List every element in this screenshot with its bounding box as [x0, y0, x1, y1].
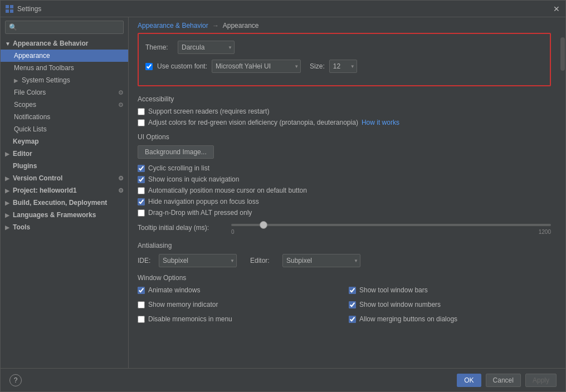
sidebar-item-build[interactable]: ▶ Build, Execution, Deployment — [1, 197, 128, 209]
sidebar-item-quick-lists[interactable]: Quick Lists — [1, 123, 128, 135]
search-box[interactable]: 🔍 — [5, 21, 124, 34]
expand-arrow: ▶ — [5, 224, 13, 231]
size-select-wrapper: 12 11 13 14 — [329, 60, 357, 73]
sidebar-item-scopes[interactable]: Scopes ⚙ — [1, 99, 128, 111]
ui-options-title: UI Options — [138, 133, 551, 141]
allow-merging-checkbox[interactable] — [349, 316, 356, 323]
main-content: 🔍 ▼ Appearance & Behavior Appearance Men… — [1, 17, 565, 368]
auto-position-row: Automatically position mouse cursor on d… — [138, 187, 551, 194]
disable-mnemonics-label: Disable mnemonics in menu — [148, 315, 232, 323]
custom-font-checkbox[interactable] — [145, 63, 153, 70]
show-memory-label: Show memory indicator — [148, 301, 218, 308]
window-title: Settings — [17, 5, 552, 13]
cyclic-scrolling-label: Cyclic scrolling in list — [148, 164, 209, 172]
sidebar-item-project[interactable]: ▶ Project: helloworld1 ⚙ — [1, 184, 128, 197]
auto-position-checkbox[interactable] — [138, 187, 145, 194]
sidebar-item-label: Plugins — [13, 162, 37, 170]
expand-arrow: ▼ — [5, 41, 13, 47]
cyclic-scrolling-checkbox[interactable] — [138, 165, 145, 172]
sidebar-item-plugins[interactable]: Plugins — [1, 160, 128, 172]
help-button[interactable]: ? — [9, 374, 22, 386]
editor-antialiasing-select[interactable]: Subpixel Greyscale None — [282, 254, 360, 267]
cancel-button[interactable]: Cancel — [486, 374, 521, 387]
breadcrumb-current: Appearance — [223, 22, 259, 30]
scrollbar-track[interactable] — [560, 33, 565, 368]
sidebar-item-label: Version Control — [13, 174, 62, 182]
sidebar-item-label: Quick Lists — [14, 125, 47, 133]
hide-popups-row: Hide navigation popups on focus loss — [138, 198, 551, 205]
theme-select-wrapper: Darcula IntelliJ High Contrast — [178, 41, 235, 54]
main-panel: Appearance & Behavior → Appearance Theme… — [129, 17, 565, 368]
hide-popups-checkbox[interactable] — [138, 198, 145, 205]
file-colors-icon: ⚙ — [118, 89, 124, 96]
expand-arrow: ▶ — [5, 188, 13, 194]
sidebar-item-keymap[interactable]: Keymap — [1, 135, 128, 148]
size-select[interactable]: 12 11 13 14 — [329, 60, 357, 73]
scrollbar-thumb[interactable] — [560, 37, 565, 71]
sidebar-item-file-colors[interactable]: File Colors ⚙ — [1, 86, 128, 99]
animate-windows-row: Animate windows — [138, 286, 340, 294]
expand-arrow: ▶ — [5, 175, 13, 182]
sidebar-item-menus-toolbars[interactable]: Menus and Toolbars — [1, 62, 128, 74]
sidebar-item-system-settings[interactable]: ▶ System Settings — [1, 74, 128, 86]
apply-button[interactable]: Apply — [525, 374, 557, 387]
font-select[interactable]: Microsoft YaHei UI — [212, 60, 301, 73]
show-tool-bars-row: Show tool window bars — [349, 286, 551, 294]
svg-rect-1 — [10, 5, 13, 8]
tooltip-delay-slider[interactable] — [231, 224, 551, 226]
settings-window: Settings ✕ 🔍 ▼ Appearance & Behavior App… — [0, 0, 566, 392]
adjust-colors-row: Adjust colors for red-green vision defic… — [138, 119, 551, 126]
theme-select[interactable]: Darcula IntelliJ High Contrast — [178, 41, 235, 54]
allow-merging-row: Allow merging buttons on dialogs — [349, 315, 551, 323]
drag-drop-checkbox[interactable] — [138, 209, 145, 217]
show-icons-checkbox[interactable] — [138, 176, 145, 183]
scopes-icon: ⚙ — [118, 101, 124, 109]
sidebar-item-label: Project: helloworld1 — [13, 187, 77, 194]
accessibility-title: Accessibility — [138, 95, 551, 103]
show-tool-numbers-checkbox[interactable] — [349, 301, 356, 308]
background-image-button[interactable]: Background Image... — [138, 145, 214, 159]
adjust-colors-checkbox[interactable] — [138, 119, 145, 126]
project-icon: ⚙ — [118, 187, 124, 194]
sidebar-item-languages[interactable]: ▶ Languages & Frameworks — [1, 209, 128, 221]
disable-mnemonics-row: Disable mnemonics in menu — [138, 315, 340, 323]
animate-windows-checkbox[interactable] — [138, 287, 145, 294]
sidebar-item-label: System Settings — [22, 76, 70, 84]
show-tool-bars-checkbox[interactable] — [349, 287, 356, 294]
sidebar-item-version-control[interactable]: ▶ Version Control ⚙ — [1, 172, 128, 184]
show-memory-row: Show memory indicator — [138, 301, 340, 308]
how-it-works-link[interactable]: How it works — [362, 119, 399, 126]
slider-ticks: 0 1200 — [231, 229, 551, 235]
sidebar-item-tools[interactable]: ▶ Tools — [1, 221, 128, 233]
disable-mnemonics-checkbox[interactable] — [138, 316, 145, 323]
breadcrumb-parent[interactable]: Appearance & Behavior — [138, 22, 208, 30]
sidebar-item-label: Build, Execution, Deployment — [13, 199, 107, 207]
editor-label: Editor: — [250, 257, 278, 264]
show-memory-checkbox[interactable] — [138, 301, 145, 308]
sidebar-item-label: File Colors — [14, 89, 46, 96]
support-screen-readers-checkbox[interactable] — [138, 108, 145, 115]
show-tool-numbers-label: Show tool window numbers — [359, 301, 441, 308]
editor-antialiasing-wrapper: Subpixel Greyscale None — [282, 254, 360, 267]
sidebar-item-label: Editor — [13, 150, 32, 158]
sidebar-item-appearance-behavior[interactable]: ▼ Appearance & Behavior — [1, 37, 128, 50]
allow-merging-label: Allow merging buttons on dialogs — [359, 315, 457, 323]
sidebar-item-appearance[interactable]: Appearance — [1, 50, 128, 62]
sidebar-item-label: Scopes — [14, 101, 36, 109]
close-button[interactable]: ✕ — [552, 4, 561, 13]
sidebar-item-label: Languages & Frameworks — [13, 211, 96, 219]
slider-min: 0 — [231, 229, 235, 235]
window-icon — [5, 4, 14, 13]
breadcrumb-arrow: → — [212, 22, 219, 30]
search-icon: 🔍 — [9, 23, 17, 31]
sidebar-item-label: Appearance — [14, 52, 50, 60]
ide-antialiasing-select[interactable]: Subpixel Greyscale None — [159, 254, 237, 267]
sidebar-item-label: Tools — [13, 223, 30, 231]
sidebar-item-notifications[interactable]: Notifications — [1, 111, 128, 123]
ok-button[interactable]: OK — [457, 374, 481, 387]
show-icons-row: Show icons in quick navigation — [138, 175, 551, 183]
theme-label: Theme: — [145, 43, 173, 51]
sidebar-item-editor[interactable]: ▶ Editor — [1, 148, 128, 160]
sidebar-item-label: Menus and Toolbars — [14, 64, 74, 72]
window-options-grid: Animate windows Show tool window bars Sh… — [138, 286, 551, 326]
